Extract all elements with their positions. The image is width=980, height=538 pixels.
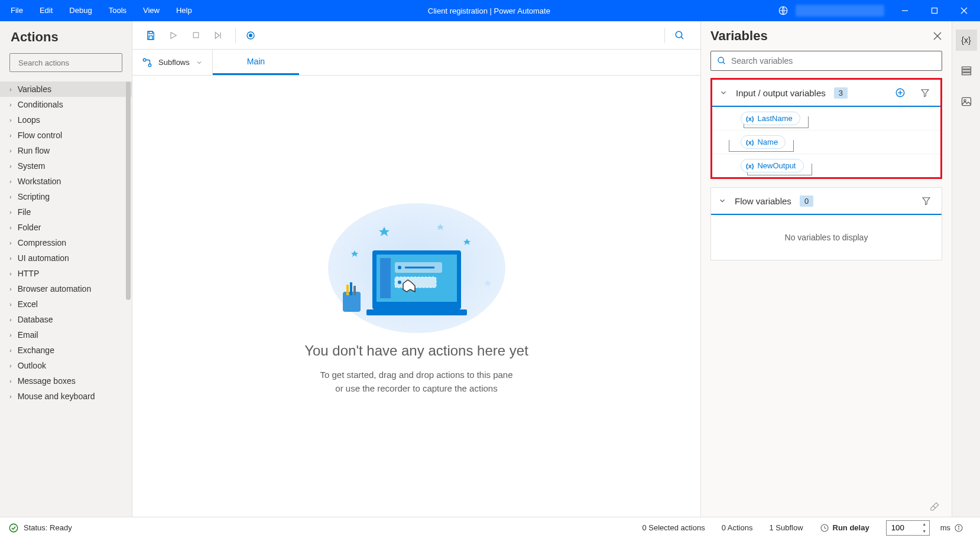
variable-chip[interactable]: (x)Name — [741, 135, 786, 149]
variable-row[interactable]: (x)LastName — [712, 107, 940, 131]
info-icon[interactable] — [954, 523, 963, 533]
flow-variables-header[interactable]: Flow variables 0 — [711, 188, 942, 215]
chevron-right-icon: › — [9, 162, 12, 169]
minimize-button[interactable] — [891, 0, 919, 21]
variables-rail-button[interactable]: {x} — [956, 30, 977, 51]
variable-chip[interactable]: (x)LastName — [741, 112, 800, 125]
svg-rect-50 — [962, 73, 971, 74]
save-button[interactable] — [141, 25, 161, 45]
variables-close-button[interactable] — [933, 31, 942, 41]
action-category-message-boxes[interactable]: ›Message boxes — [0, 373, 132, 389]
actions-search-input[interactable] — [18, 58, 118, 67]
svg-rect-8 — [149, 35, 152, 39]
environment-name-blurred — [796, 5, 884, 17]
actions-count: 0 Actions — [722, 523, 753, 532]
action-category-label: Email — [18, 330, 38, 340]
tab-main[interactable]: Main — [213, 50, 299, 75]
action-category-ui-automation[interactable]: ›UI automation — [0, 250, 132, 266]
menu-tools[interactable]: Tools — [100, 0, 135, 21]
action-category-label: Browser automation — [18, 284, 92, 294]
action-category-label: File — [18, 207, 31, 217]
flow-variables-count: 0 — [800, 195, 813, 207]
action-category-loops[interactable]: ›Loops — [0, 112, 132, 128]
action-category-label: Mouse and keyboard — [18, 392, 95, 401]
actions-search[interactable] — [9, 53, 122, 72]
action-category-run-flow[interactable]: ›Run flow — [0, 143, 132, 158]
action-category-flow-control[interactable]: ›Flow control — [0, 128, 132, 143]
chevron-right-icon: › — [9, 239, 12, 246]
svg-point-57 — [958, 526, 959, 526]
svg-point-18 — [148, 64, 151, 67]
menu-view[interactable]: View — [135, 0, 168, 21]
menu-edit[interactable]: Edit — [31, 0, 61, 21]
action-category-http[interactable]: ›HTTP — [0, 266, 132, 281]
step-button[interactable] — [208, 25, 228, 45]
editor-toolbar — [132, 21, 700, 50]
variables-search[interactable] — [710, 51, 942, 71]
action-category-label: System — [18, 161, 46, 171]
variable-icon: (x) — [746, 162, 754, 169]
add-variable-button[interactable] — [892, 84, 908, 101]
action-category-mouse-and-keyboard[interactable]: ›Mouse and keyboard — [0, 389, 132, 404]
record-button[interactable] — [241, 25, 261, 45]
svg-point-15 — [676, 31, 682, 38]
chevron-right-icon: › — [9, 393, 12, 400]
menu-debug[interactable]: Debug — [61, 0, 100, 21]
no-flow-variables-label: No variables to display — [711, 215, 942, 260]
action-category-scripting[interactable]: ›Scripting — [0, 189, 132, 204]
action-category-file[interactable]: ›File — [0, 204, 132, 220]
variable-row[interactable]: (x)NewOutput — [712, 154, 940, 177]
action-category-excel[interactable]: ›Excel — [0, 296, 132, 312]
chevron-right-icon: › — [9, 86, 12, 93]
chevron-down-icon — [196, 59, 203, 66]
action-category-label: Workstation — [18, 177, 61, 186]
editor-empty-state[interactable]: You don't have any actions here yet To g… — [132, 76, 700, 517]
action-category-workstation[interactable]: ›Workstation — [0, 174, 132, 189]
action-category-conditionals[interactable]: ›Conditionals — [0, 97, 132, 112]
images-rail-button[interactable] — [956, 91, 977, 112]
variable-row[interactable]: (x)Name — [712, 131, 940, 154]
stop-button[interactable] — [186, 25, 206, 45]
actions-scroll[interactable]: ›Variables›Conditionals›Loops›Flow contr… — [0, 81, 132, 517]
chevron-right-icon: › — [9, 331, 12, 338]
action-category-email[interactable]: ›Email — [0, 327, 132, 343]
window-title: Client registration | Power Automate — [200, 6, 778, 15]
svg-point-53 — [9, 524, 18, 532]
menu-file[interactable]: File — [2, 0, 31, 21]
variable-name: Name — [757, 138, 778, 146]
clock-icon — [820, 523, 829, 533]
action-category-label: Message boxes — [18, 376, 76, 386]
action-category-folder[interactable]: ›Folder — [0, 220, 132, 235]
svg-rect-51 — [962, 97, 971, 105]
action-category-browser-automation[interactable]: ›Browser automation — [0, 281, 132, 296]
action-category-database[interactable]: ›Database — [0, 312, 132, 327]
clear-variables-button[interactable] — [701, 499, 952, 517]
environment-icon[interactable] — [778, 5, 788, 16]
action-category-outlook[interactable]: ›Outlook — [0, 358, 132, 373]
search-actions-button[interactable] — [670, 25, 690, 45]
ui-elements-rail-button[interactable] — [956, 60, 977, 81]
variable-name: LastName — [757, 114, 792, 123]
io-variables-header[interactable]: Input / output variables 3 — [712, 80, 940, 107]
maximize-button[interactable] — [921, 0, 948, 21]
action-category-variables[interactable]: ›Variables — [0, 81, 132, 97]
run-button[interactable] — [163, 25, 183, 45]
svg-point-25 — [398, 266, 401, 269]
menu-help[interactable]: Help — [168, 0, 200, 21]
filter-variables-button[interactable] — [917, 84, 933, 101]
close-button[interactable] — [950, 0, 978, 21]
action-category-system[interactable]: ›System — [0, 158, 132, 174]
action-category-exchange[interactable]: ›Exchange — [0, 343, 132, 358]
chevron-right-icon: › — [9, 347, 12, 354]
action-category-compression[interactable]: ›Compression — [0, 235, 132, 250]
svg-point-40 — [718, 57, 723, 63]
subflows-dropdown[interactable]: Subflows — [132, 50, 213, 75]
run-delay-stepper[interactable]: ▲▼ — [920, 521, 929, 535]
svg-line-41 — [723, 62, 725, 64]
filter-variables-button[interactable] — [918, 193, 934, 209]
action-category-label: Exchange — [18, 345, 54, 355]
variable-chip[interactable]: (x)NewOutput — [741, 159, 804, 172]
eraser-icon — [929, 501, 940, 512]
scrollbar-thumb[interactable] — [126, 81, 131, 300]
variables-search-input[interactable] — [731, 56, 936, 66]
